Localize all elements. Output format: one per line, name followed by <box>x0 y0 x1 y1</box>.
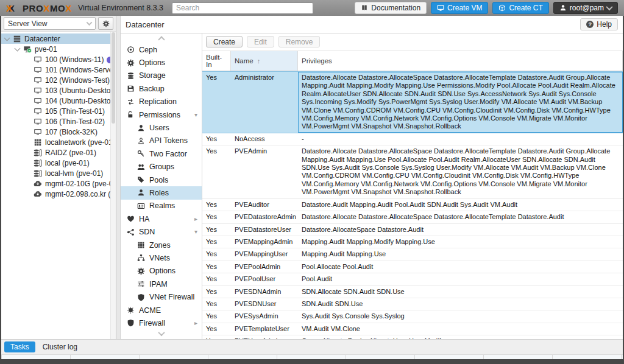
expand-caret-icon[interactable] <box>4 35 10 41</box>
tree-item[interactable]: 100 (Windows-11) rockyuse <box>1 54 116 65</box>
tree-item[interactable]: localnetwork (pve-01) <box>1 137 116 147</box>
cell-built-in[interactable]: Yes <box>202 236 231 248</box>
tree-item[interactable]: 105 (Thin-Test-01) <box>1 106 116 116</box>
nav-item[interactable]: Realms <box>121 200 202 212</box>
cell-privileges[interactable]: Pool.Audit <box>298 273 623 285</box>
nav-item[interactable]: Replication <box>121 96 202 108</box>
cell-built-in[interactable]: Yes <box>202 310 231 322</box>
nav-item[interactable]: Permissions ▾ <box>121 108 202 121</box>
create-button[interactable]: Create <box>206 36 243 47</box>
cell-name[interactable]: NoAccess <box>231 133 298 145</box>
nav-item[interactable]: VNets <box>121 251 202 264</box>
cell-built-in[interactable]: Yes <box>202 248 231 260</box>
nav-item[interactable]: Backup <box>121 82 202 95</box>
cell-privileges[interactable]: Sys.Audit Sys.Console Sys.Syslog <box>298 310 623 322</box>
cluster-log-tab[interactable]: Cluster log <box>43 343 77 351</box>
nav-item[interactable]: Options <box>121 56 202 69</box>
cell-privileges[interactable]: Mapping.Audit Mapping.Modify Mapping.Use <box>298 236 623 248</box>
cell-built-in[interactable]: Yes <box>202 133 231 145</box>
column-header-privileges[interactable]: Privileges <box>298 51 623 71</box>
tree-item[interactable]: 101 (Windows-Server-2025) <box>1 65 116 75</box>
tree-settings-button[interactable] <box>98 17 113 30</box>
nav-item[interactable]: Two Factor <box>121 147 202 160</box>
table-row[interactable]: Yes PVEAdmin Datastore.Allocate Datastor… <box>202 145 623 198</box>
nav-item[interactable]: HA ▸ <box>121 212 202 225</box>
table-row[interactable]: Yes PVEAuditor Datastore.Audit Mapping.A… <box>202 199 623 211</box>
tree-item[interactable]: pve-01 <box>1 44 116 54</box>
cell-built-in[interactable]: Yes <box>202 323 231 335</box>
nav-item[interactable]: Options <box>121 265 202 278</box>
nav-item[interactable]: API Tokens <box>121 135 202 147</box>
column-header-built-in[interactable]: Built-In <box>202 51 231 71</box>
nav-item[interactable]: Ceph <box>121 43 202 56</box>
cell-built-in[interactable]: Yes <box>202 298 231 310</box>
cell-privileges[interactable]: Datastore.AllocateSpace Datastore.Audit <box>298 224 623 236</box>
table-row[interactable]: Yes Administrator Datastore.Allocate Dat… <box>202 71 623 133</box>
cell-name[interactable]: PVESysAdmin <box>231 310 298 322</box>
cell-privileges[interactable]: Pool.Allocate Pool.Audit <box>298 261 623 273</box>
cell-name[interactable]: PVEPoolAdmin <box>231 261 298 273</box>
cell-privileges[interactable]: Mapping.Audit Mapping.Use <box>298 248 623 260</box>
nav-item[interactable]: Pools <box>121 173 202 186</box>
cell-name[interactable]: PVESDNAdmin <box>231 286 298 298</box>
cell-privileges[interactable]: VM.Audit VM.Clone <box>298 323 623 335</box>
table-row[interactable]: Yes PVEPoolAdmin Pool.Allocate Pool.Audi… <box>202 261 623 273</box>
table-row[interactable]: Yes PVEDatastoreAdmin Datastore.Allocate… <box>202 211 623 223</box>
cell-privileges[interactable]: Datastore.Allocate Datastore.AllocateSpa… <box>298 72 623 133</box>
nav-item[interactable]: Users <box>121 121 202 134</box>
tree-scrollbar[interactable] <box>110 32 116 339</box>
table-row[interactable]: Yes PVETemplateUser VM.Audit VM.Clone <box>202 323 623 335</box>
nav-item[interactable]: ACME <box>121 304 202 317</box>
tree-item[interactable]: 107 (Block-32K) <box>1 127 116 137</box>
table-row[interactable]: Yes PVEPoolUser Pool.Audit <box>202 273 623 285</box>
tree-item[interactable]: 103 (Ubuntu-Desktop-24.04) <box>1 85 116 96</box>
cell-privileges[interactable]: Datastore.Allocate Datastore.AllocateSpa… <box>298 145 623 198</box>
tree-item[interactable]: 102 (Windows-Test) <box>1 75 116 85</box>
remove-button[interactable]: Remove <box>278 36 321 47</box>
scrollbar-thumb[interactable] <box>112 32 115 124</box>
table-row[interactable]: Yes PVEMappingUser Mapping.Audit Mapping… <box>202 248 623 261</box>
nav-item[interactable]: Groups <box>121 161 202 173</box>
cell-built-in[interactable]: Yes <box>202 199 231 211</box>
cell-privileges[interactable]: Datastore.Audit Mapping.Audit Pool.Audit… <box>298 199 623 211</box>
table-row[interactable]: Yes PVESDNAdmin SDN.Allocate SDN.Audit S… <box>202 286 623 298</box>
table-row[interactable]: Yes PVEDatastoreUser Datastore.AllocateS… <box>202 224 623 236</box>
cell-name[interactable]: PVEAdmin <box>231 145 298 198</box>
cell-built-in[interactable]: Yes <box>202 224 231 236</box>
nav-item[interactable]: VNet Firewall <box>121 290 202 303</box>
documentation-button[interactable]: Documentation <box>355 2 427 14</box>
column-header-name[interactable]: Name↑ <box>231 51 298 71</box>
nav-item[interactable]: SDN ▾ <box>121 225 202 238</box>
cell-name[interactable]: PVEMappingAdmin <box>231 236 298 248</box>
tree-item[interactable]: local (pve-01) <box>1 158 116 168</box>
create-vm-button[interactable]: Create VM <box>431 2 488 14</box>
search-input[interactable] <box>172 2 313 14</box>
create-ct-button[interactable]: Create CT <box>492 2 548 14</box>
cell-privileges[interactable]: - <box>298 133 623 145</box>
nav-item[interactable]: Storage <box>121 69 202 82</box>
help-button[interactable]: ?Help <box>580 18 618 30</box>
tree-item[interactable]: RAIDZ (pve-01) <box>1 147 116 158</box>
scroll-down-indicator[interactable] <box>121 330 202 338</box>
edit-button[interactable]: Edit <box>247 36 274 47</box>
cell-built-in[interactable]: Yes <box>202 72 231 133</box>
cell-name[interactable]: PVESDNUser <box>231 298 298 310</box>
cell-built-in[interactable]: Yes <box>202 145 231 198</box>
cell-built-in[interactable]: Yes <box>202 286 231 298</box>
user-menu-button[interactable]: root@pam <box>553 2 618 14</box>
cell-name[interactable]: PVEPoolUser <box>231 273 298 285</box>
nav-item[interactable]: Roles <box>121 186 202 199</box>
cell-built-in[interactable]: Yes <box>202 273 231 285</box>
table-row[interactable]: Yes PVESysAdmin Sys.Audit Sys.Console Sy… <box>202 310 623 323</box>
cell-name[interactable]: PVEAuditor <box>231 199 298 211</box>
tasks-tab[interactable]: Tasks <box>4 341 35 352</box>
expand-caret-icon[interactable] <box>15 45 21 51</box>
cell-privileges[interactable]: SDN.Allocate SDN.Audit SDN.Use <box>298 286 623 298</box>
tree-item[interactable]: mgmt-02-10G (pve-01) <box>1 178 116 189</box>
cell-built-in[interactable]: Yes <box>202 211 231 223</box>
nav-item[interactable]: Zones <box>121 239 202 251</box>
table-row[interactable]: Yes PVEMappingAdmin Mapping.Audit Mappin… <box>202 236 623 248</box>
table-row[interactable]: Yes PVESDNUser SDN.Audit SDN.Use <box>202 298 623 310</box>
cell-name[interactable]: PVEDatastoreAdmin <box>231 211 298 223</box>
cell-privileges[interactable]: Datastore.Allocate Datastore.AllocateSpa… <box>298 211 623 223</box>
